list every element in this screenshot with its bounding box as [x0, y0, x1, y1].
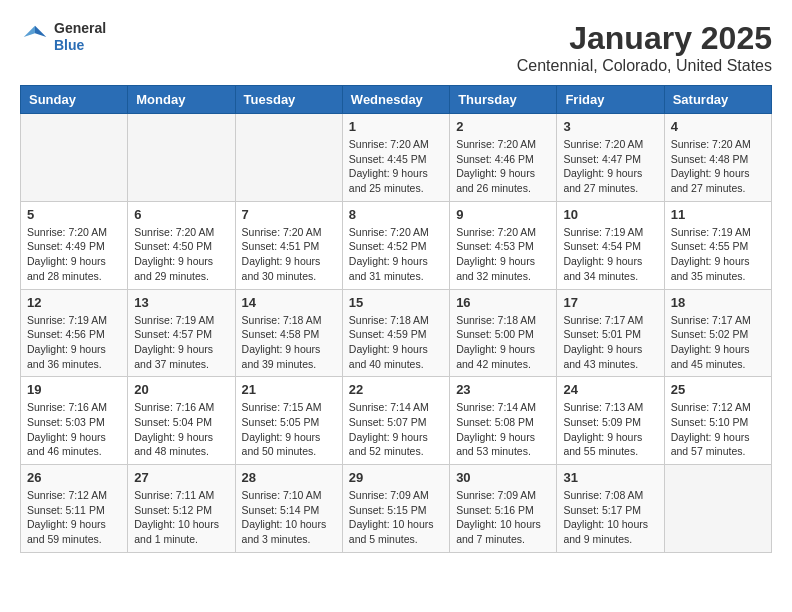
calendar-cell: 5Sunrise: 7:20 AMSunset: 4:49 PMDaylight… — [21, 201, 128, 289]
day-number: 13 — [134, 295, 228, 310]
day-number: 14 — [242, 295, 336, 310]
day-number: 2 — [456, 119, 550, 134]
day-info: Sunrise: 7:18 AMSunset: 4:58 PMDaylight:… — [242, 313, 336, 372]
day-info: Sunrise: 7:19 AMSunset: 4:56 PMDaylight:… — [27, 313, 121, 372]
calendar-cell: 22Sunrise: 7:14 AMSunset: 5:07 PMDayligh… — [342, 377, 449, 465]
day-info: Sunrise: 7:20 AMSunset: 4:46 PMDaylight:… — [456, 137, 550, 196]
calendar-week-row: 1Sunrise: 7:20 AMSunset: 4:45 PMDaylight… — [21, 114, 772, 202]
calendar-cell: 30Sunrise: 7:09 AMSunset: 5:16 PMDayligh… — [450, 465, 557, 553]
day-info: Sunrise: 7:19 AMSunset: 4:54 PMDaylight:… — [563, 225, 657, 284]
day-info: Sunrise: 7:20 AMSunset: 4:48 PMDaylight:… — [671, 137, 765, 196]
day-info: Sunrise: 7:20 AMSunset: 4:53 PMDaylight:… — [456, 225, 550, 284]
day-number: 21 — [242, 382, 336, 397]
logo-blue: Blue — [54, 37, 106, 54]
calendar-cell: 31Sunrise: 7:08 AMSunset: 5:17 PMDayligh… — [557, 465, 664, 553]
weekday-header-row: SundayMondayTuesdayWednesdayThursdayFrid… — [21, 86, 772, 114]
day-number: 10 — [563, 207, 657, 222]
day-info: Sunrise: 7:20 AMSunset: 4:52 PMDaylight:… — [349, 225, 443, 284]
day-number: 5 — [27, 207, 121, 222]
page-title: January 2025 — [517, 20, 772, 57]
day-info: Sunrise: 7:09 AMSunset: 5:16 PMDaylight:… — [456, 488, 550, 547]
day-number: 30 — [456, 470, 550, 485]
day-info: Sunrise: 7:13 AMSunset: 5:09 PMDaylight:… — [563, 400, 657, 459]
calendar-cell: 3Sunrise: 7:20 AMSunset: 4:47 PMDaylight… — [557, 114, 664, 202]
day-info: Sunrise: 7:20 AMSunset: 4:47 PMDaylight:… — [563, 137, 657, 196]
calendar-week-row: 19Sunrise: 7:16 AMSunset: 5:03 PMDayligh… — [21, 377, 772, 465]
calendar-cell: 25Sunrise: 7:12 AMSunset: 5:10 PMDayligh… — [664, 377, 771, 465]
day-info: Sunrise: 7:17 AMSunset: 5:01 PMDaylight:… — [563, 313, 657, 372]
day-info: Sunrise: 7:09 AMSunset: 5:15 PMDaylight:… — [349, 488, 443, 547]
calendar-cell: 1Sunrise: 7:20 AMSunset: 4:45 PMDaylight… — [342, 114, 449, 202]
day-number: 25 — [671, 382, 765, 397]
day-number: 17 — [563, 295, 657, 310]
calendar-cell: 2Sunrise: 7:20 AMSunset: 4:46 PMDaylight… — [450, 114, 557, 202]
calendar-cell: 27Sunrise: 7:11 AMSunset: 5:12 PMDayligh… — [128, 465, 235, 553]
calendar-week-row: 5Sunrise: 7:20 AMSunset: 4:49 PMDaylight… — [21, 201, 772, 289]
logo-text: General Blue — [54, 20, 106, 54]
day-number: 4 — [671, 119, 765, 134]
day-number: 18 — [671, 295, 765, 310]
day-info: Sunrise: 7:19 AMSunset: 4:57 PMDaylight:… — [134, 313, 228, 372]
day-info: Sunrise: 7:17 AMSunset: 5:02 PMDaylight:… — [671, 313, 765, 372]
calendar-cell: 19Sunrise: 7:16 AMSunset: 5:03 PMDayligh… — [21, 377, 128, 465]
day-info: Sunrise: 7:16 AMSunset: 5:04 PMDaylight:… — [134, 400, 228, 459]
day-info: Sunrise: 7:20 AMSunset: 4:49 PMDaylight:… — [27, 225, 121, 284]
calendar-cell: 29Sunrise: 7:09 AMSunset: 5:15 PMDayligh… — [342, 465, 449, 553]
day-info: Sunrise: 7:11 AMSunset: 5:12 PMDaylight:… — [134, 488, 228, 547]
calendar-cell: 15Sunrise: 7:18 AMSunset: 4:59 PMDayligh… — [342, 289, 449, 377]
day-number: 26 — [27, 470, 121, 485]
calendar-week-row: 12Sunrise: 7:19 AMSunset: 4:56 PMDayligh… — [21, 289, 772, 377]
weekday-header: Friday — [557, 86, 664, 114]
weekday-header: Thursday — [450, 86, 557, 114]
calendar-cell — [21, 114, 128, 202]
day-info: Sunrise: 7:15 AMSunset: 5:05 PMDaylight:… — [242, 400, 336, 459]
day-info: Sunrise: 7:20 AMSunset: 4:50 PMDaylight:… — [134, 225, 228, 284]
day-number: 11 — [671, 207, 765, 222]
title-block: January 2025 Centennial, Colorado, Unite… — [517, 20, 772, 75]
day-number: 1 — [349, 119, 443, 134]
calendar-cell: 21Sunrise: 7:15 AMSunset: 5:05 PMDayligh… — [235, 377, 342, 465]
logo-icon — [20, 22, 50, 52]
page-subtitle: Centennial, Colorado, United States — [517, 57, 772, 75]
day-info: Sunrise: 7:08 AMSunset: 5:17 PMDaylight:… — [563, 488, 657, 547]
day-number: 6 — [134, 207, 228, 222]
calendar-cell: 28Sunrise: 7:10 AMSunset: 5:14 PMDayligh… — [235, 465, 342, 553]
calendar-cell: 16Sunrise: 7:18 AMSunset: 5:00 PMDayligh… — [450, 289, 557, 377]
day-info: Sunrise: 7:12 AMSunset: 5:10 PMDaylight:… — [671, 400, 765, 459]
calendar-cell: 9Sunrise: 7:20 AMSunset: 4:53 PMDaylight… — [450, 201, 557, 289]
day-info: Sunrise: 7:18 AMSunset: 4:59 PMDaylight:… — [349, 313, 443, 372]
calendar-week-row: 26Sunrise: 7:12 AMSunset: 5:11 PMDayligh… — [21, 465, 772, 553]
svg-marker-0 — [35, 26, 46, 37]
calendar-cell — [664, 465, 771, 553]
day-number: 12 — [27, 295, 121, 310]
calendar-cell: 13Sunrise: 7:19 AMSunset: 4:57 PMDayligh… — [128, 289, 235, 377]
weekday-header: Saturday — [664, 86, 771, 114]
day-info: Sunrise: 7:20 AMSunset: 4:45 PMDaylight:… — [349, 137, 443, 196]
day-number: 8 — [349, 207, 443, 222]
day-number: 16 — [456, 295, 550, 310]
day-number: 9 — [456, 207, 550, 222]
calendar-cell: 23Sunrise: 7:14 AMSunset: 5:08 PMDayligh… — [450, 377, 557, 465]
calendar-cell: 7Sunrise: 7:20 AMSunset: 4:51 PMDaylight… — [235, 201, 342, 289]
calendar-cell: 18Sunrise: 7:17 AMSunset: 5:02 PMDayligh… — [664, 289, 771, 377]
day-number: 31 — [563, 470, 657, 485]
day-number: 23 — [456, 382, 550, 397]
calendar-cell: 20Sunrise: 7:16 AMSunset: 5:04 PMDayligh… — [128, 377, 235, 465]
day-info: Sunrise: 7:14 AMSunset: 5:07 PMDaylight:… — [349, 400, 443, 459]
calendar-table: SundayMondayTuesdayWednesdayThursdayFrid… — [20, 85, 772, 553]
weekday-header: Tuesday — [235, 86, 342, 114]
day-number: 22 — [349, 382, 443, 397]
calendar-cell: 24Sunrise: 7:13 AMSunset: 5:09 PMDayligh… — [557, 377, 664, 465]
weekday-header: Sunday — [21, 86, 128, 114]
day-info: Sunrise: 7:20 AMSunset: 4:51 PMDaylight:… — [242, 225, 336, 284]
day-info: Sunrise: 7:10 AMSunset: 5:14 PMDaylight:… — [242, 488, 336, 547]
page-header: General Blue January 2025 Centennial, Co… — [20, 20, 772, 75]
logo-general: General — [54, 20, 106, 37]
day-number: 27 — [134, 470, 228, 485]
day-info: Sunrise: 7:19 AMSunset: 4:55 PMDaylight:… — [671, 225, 765, 284]
calendar-cell: 10Sunrise: 7:19 AMSunset: 4:54 PMDayligh… — [557, 201, 664, 289]
day-info: Sunrise: 7:14 AMSunset: 5:08 PMDaylight:… — [456, 400, 550, 459]
calendar-cell — [235, 114, 342, 202]
day-number: 7 — [242, 207, 336, 222]
day-number: 29 — [349, 470, 443, 485]
